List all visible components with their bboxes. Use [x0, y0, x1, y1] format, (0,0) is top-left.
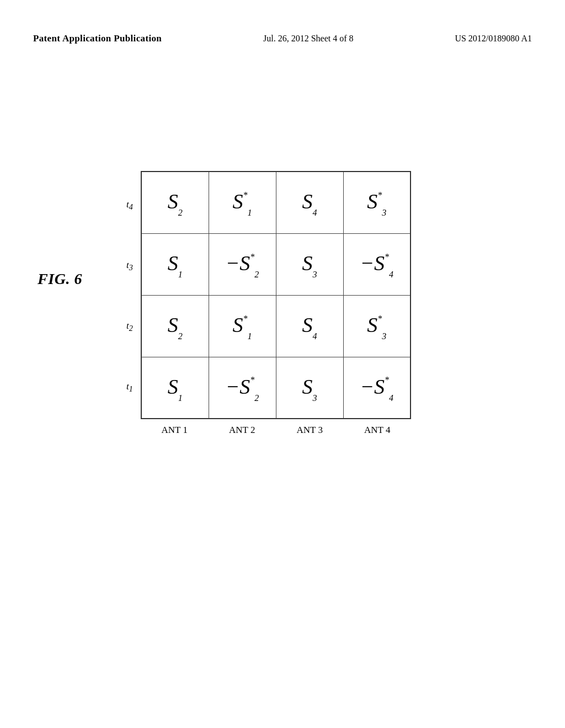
cell-t1-ant3: S3	[276, 357, 343, 419]
antenna-labels: ANT 1 ANT 2 ANT 3 ANT 4	[141, 425, 411, 436]
cell-t2-ant1: S2	[141, 295, 209, 357]
figure-label: FIG. 6	[38, 270, 82, 288]
cell-t1-ant1: S1	[141, 357, 209, 419]
grid-row-t1: S1 −S*2 S3 −S*4	[141, 357, 411, 419]
cell-t3-ant1: S1	[141, 233, 209, 295]
header-publication: Patent Application Publication	[33, 33, 162, 44]
cell-t2-ant3: S4	[276, 295, 343, 357]
ant-label-4: ANT 4	[344, 425, 411, 436]
cell-t4-ant3: S4	[276, 172, 343, 233]
cell-t4-ant2: S*1	[209, 172, 276, 233]
cell-t4-ant4: S*3	[343, 172, 411, 233]
time-label-t2: t2	[121, 297, 138, 357]
grid-table: S2 S*1 S4 S*3	[141, 171, 411, 419]
cell-t1-ant4: −S*4	[343, 357, 411, 419]
cell-t3-ant4: −S*4	[343, 233, 411, 295]
grid-row-t3: S1 −S*2 S3 −S*4	[141, 233, 411, 295]
grid-row-t2: S2 S*1 S4 S*3	[141, 295, 411, 357]
cell-t4-ant1: S2	[141, 172, 209, 233]
transmission-grid: S2 S*1 S4 S*3	[141, 171, 411, 419]
ant-label-1: ANT 1	[141, 425, 208, 436]
ant-label-2: ANT 2	[209, 425, 276, 436]
cell-t3-ant2: −S*2	[209, 233, 276, 295]
cell-t2-ant4: S*3	[343, 295, 411, 357]
time-label-t3: t3	[121, 236, 138, 297]
ant-label-3: ANT 3	[276, 425, 343, 436]
cell-t3-ant3: S3	[276, 233, 343, 295]
header-patent-number: US 2012/0189080 A1	[455, 34, 532, 44]
header: Patent Application Publication Jul. 26, …	[0, 33, 565, 44]
cell-t1-ant2: −S*2	[209, 357, 276, 419]
header-date-sheet: Jul. 26, 2012 Sheet 4 of 8	[263, 34, 354, 44]
time-label-t1: t1	[121, 357, 138, 418]
cell-t2-ant2: S*1	[209, 295, 276, 357]
page: Patent Application Publication Jul. 26, …	[0, 0, 565, 728]
time-labels: t4 t3 t2 t1	[121, 175, 138, 418]
grid-row-t4: S2 S*1 S4 S*3	[141, 172, 411, 233]
time-label-t4: t4	[121, 175, 138, 236]
